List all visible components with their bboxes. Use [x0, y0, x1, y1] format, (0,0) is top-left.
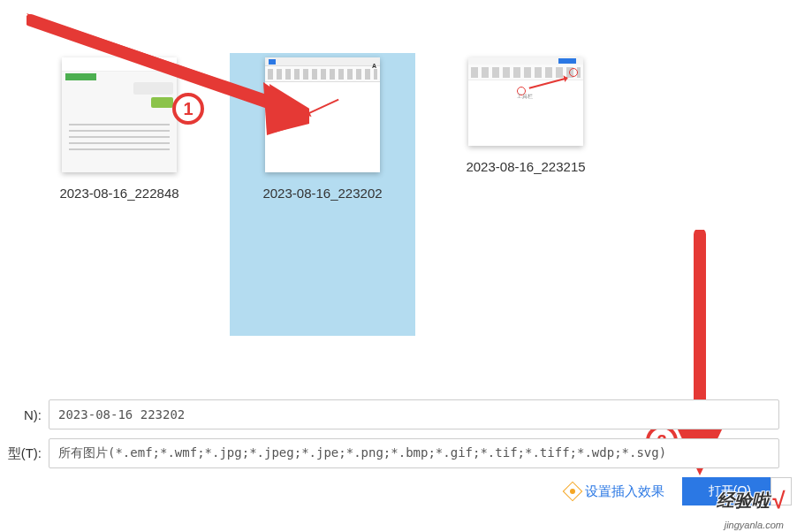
insert-effect-link[interactable]: 设置插入效果 [565, 483, 664, 500]
filename-input[interactable] [49, 399, 779, 429]
file-browser-area: 3-16_222100 2023-08-16_222848 A 2023-08-… [0, 53, 797, 336]
filetype-input[interactable] [49, 438, 779, 468]
file-item[interactable]: 3-16_222100 [0, 53, 9, 336]
watermark-url: jingyanla.com [725, 520, 784, 530]
file-thumbnail: A [265, 57, 380, 172]
filetype-label: 型(T): [0, 445, 49, 462]
file-dialog-form: N): 型(T): 设置插入效果 打开(O) [0, 399, 797, 505]
file-item-selected[interactable]: A 2023-08-16_223202 [230, 53, 415, 336]
file-thumbnail: 工具栏 [468, 57, 583, 146]
diamond-icon [562, 482, 582, 502]
filename-label: N): [0, 407, 49, 422]
file-name-label: 2023-08-16_222848 [59, 186, 178, 201]
annotation-marker-1: 1 [172, 93, 204, 125]
file-name-label: 2023-08-16_223202 [262, 186, 382, 201]
file-thumbnail [62, 57, 177, 172]
check-icon: √ [771, 487, 784, 514]
file-item[interactable]: 工具栏 2023-08-16_223215 [433, 53, 619, 336]
watermark: 经验啦 √ [717, 487, 784, 514]
file-name-label: 2023-08-16_223215 [466, 159, 585, 174]
